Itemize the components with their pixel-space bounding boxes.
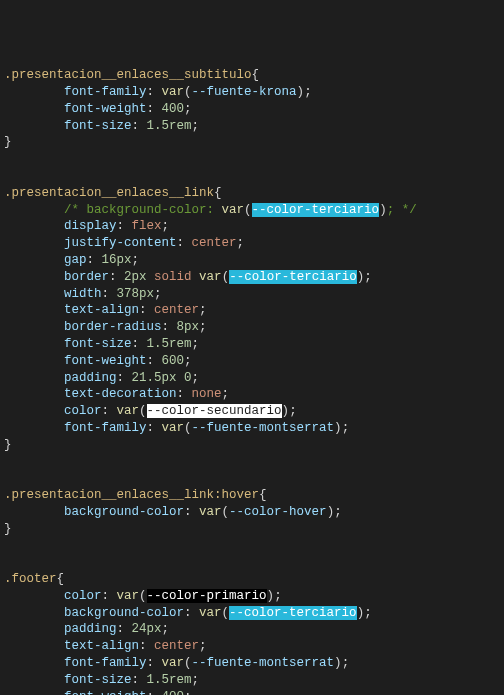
selector-line: .footer{ — [0, 571, 504, 588]
declaration-line: border: 2px solid var(--color-terciario)… — [0, 269, 504, 286]
declaration-line: /* background-color: var(--color-terciar… — [0, 202, 504, 219]
blank-line — [0, 151, 504, 168]
selector-line: .presentacion__enlaces__subtitulo{ — [0, 67, 504, 84]
declaration-line: display: flex; — [0, 218, 504, 235]
declaration-line: font-weight: 400; — [0, 101, 504, 118]
blank-line — [0, 470, 504, 487]
declaration-line: justify-content: center; — [0, 235, 504, 252]
selector-line: .presentacion__enlaces__link:hover{ — [0, 487, 504, 504]
declaration-line: font-family: var(--fuente-montserrat); — [0, 655, 504, 672]
declaration-line: font-family: var(--fuente-krona); — [0, 84, 504, 101]
close-brace-line: } — [0, 134, 504, 151]
blank-line — [0, 454, 504, 471]
declaration-line: font-size: 1.5rem; — [0, 336, 504, 353]
declaration-line: text-align: center; — [0, 302, 504, 319]
declaration-line: text-decoration: none; — [0, 386, 504, 403]
blank-line — [0, 168, 504, 185]
declaration-line: text-align: center; — [0, 638, 504, 655]
blank-line — [0, 554, 504, 571]
declaration-line: background-color: var(--color-hover); — [0, 504, 504, 521]
declaration-line: gap: 16px; — [0, 252, 504, 269]
close-brace-line: } — [0, 521, 504, 538]
declaration-line: font-weight: 600; — [0, 353, 504, 370]
declaration-line: color: var(--color-primario); — [0, 588, 504, 605]
declaration-line: font-family: var(--fuente-montserrat); — [0, 420, 504, 437]
declaration-line: font-weight: 400; — [0, 689, 504, 695]
declaration-line: padding: 24px; — [0, 621, 504, 638]
blank-line — [0, 538, 504, 555]
declaration-line: color: var(--color-secundario); — [0, 403, 504, 420]
close-brace-line: } — [0, 437, 504, 454]
code-editor[interactable]: .presentacion__enlaces__subtitulo{ font-… — [0, 67, 504, 695]
declaration-line: border-radius: 8px; — [0, 319, 504, 336]
declaration-line: width: 378px; — [0, 286, 504, 303]
selector-line: .presentacion__enlaces__link{ — [0, 185, 504, 202]
declaration-line: font-size: 1.5rem; — [0, 672, 504, 689]
declaration-line: background-color: var(--color-terciario)… — [0, 605, 504, 622]
declaration-line: padding: 21.5px 0; — [0, 370, 504, 387]
declaration-line: font-size: 1.5rem; — [0, 118, 504, 135]
